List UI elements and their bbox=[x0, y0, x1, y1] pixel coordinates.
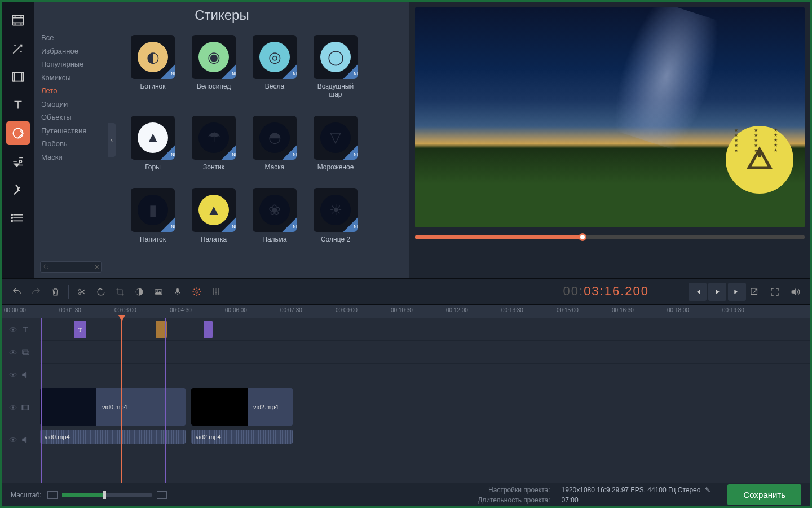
edit-settings-icon[interactable]: ✎ bbox=[705, 486, 710, 494]
category-item[interactable]: Маски bbox=[41, 151, 108, 164]
svg-point-4 bbox=[13, 128, 23, 138]
category-item[interactable]: Путешествия bbox=[41, 124, 108, 138]
audio-clip[interactable]: vid2.mp4 bbox=[191, 430, 293, 444]
category-item[interactable]: Популярные bbox=[41, 58, 108, 71]
svg-point-7 bbox=[11, 217, 12, 218]
zoom-out-icon[interactable] bbox=[47, 491, 58, 499]
sticker-item[interactable]: ◐NEWБотинок bbox=[127, 35, 178, 99]
animation-icon[interactable] bbox=[6, 178, 30, 202]
sticker-item[interactable]: ▲NEWГоры bbox=[127, 116, 178, 171]
picture-button[interactable] bbox=[150, 283, 167, 300]
crop-button[interactable] bbox=[112, 283, 129, 300]
sticker-item[interactable]: ❀NEWПальма bbox=[249, 188, 300, 243]
category-search[interactable]: ✕ bbox=[40, 261, 102, 273]
zoom-label: Масштаб: bbox=[11, 491, 42, 499]
video-clip[interactable]: vid0.mp4 bbox=[40, 388, 186, 426]
linked-audio-header[interactable] bbox=[2, 364, 40, 386]
svg-point-14 bbox=[157, 290, 158, 291]
more-icon[interactable] bbox=[6, 206, 30, 230]
svg-rect-29 bbox=[22, 405, 23, 410]
video-track-header[interactable] bbox=[2, 386, 40, 428]
scrub-bar[interactable] bbox=[415, 235, 805, 239]
svg-rect-0 bbox=[12, 15, 24, 25]
overlay-track[interactable] bbox=[40, 341, 810, 364]
stickers-icon[interactable] bbox=[6, 121, 30, 145]
sticker-item[interactable]: ☀NEWСолнце 2 bbox=[310, 188, 361, 243]
zoom-in-icon[interactable] bbox=[157, 491, 167, 499]
category-item[interactable]: Комиксы bbox=[41, 71, 108, 85]
svg-rect-2 bbox=[12, 72, 14, 81]
svg-rect-22 bbox=[23, 350, 28, 354]
play-button[interactable] bbox=[708, 283, 726, 301]
filters-icon[interactable] bbox=[6, 37, 30, 60]
equalizer-button[interactable] bbox=[208, 283, 224, 300]
undo-button[interactable] bbox=[8, 283, 25, 300]
category-item[interactable]: Любовь bbox=[41, 137, 108, 151]
timeline-tracks: T vid0.mp4vid2.mp4 vid0.mp4vid2.mp4 bbox=[2, 318, 810, 483]
clip-properties-button[interactable] bbox=[188, 283, 205, 300]
media-icon[interactable] bbox=[6, 8, 30, 32]
sticker-item[interactable]: ▮NEWНапиток bbox=[127, 188, 178, 243]
overlay-track-header[interactable] bbox=[2, 341, 40, 364]
svg-rect-23 bbox=[24, 351, 29, 355]
titles-icon[interactable] bbox=[6, 93, 30, 117]
delete-button[interactable] bbox=[47, 283, 64, 300]
category-list: ВсеИзбранноеПопулярныеКомиксыЛетоЭмоцииО… bbox=[34, 27, 108, 278]
video-track[interactable]: vid0.mp4vid2.mp4 bbox=[40, 386, 810, 428]
svg-point-6 bbox=[11, 214, 12, 216]
clear-search-icon[interactable]: ✕ bbox=[94, 264, 99, 271]
category-item[interactable]: Эмоции bbox=[41, 98, 108, 111]
volume-button[interactable] bbox=[787, 283, 804, 300]
color-button[interactable] bbox=[131, 283, 148, 300]
svg-rect-30 bbox=[28, 405, 29, 410]
sidebar-tools bbox=[2, 2, 34, 278]
sticker-item[interactable]: ◓NEWМаска bbox=[249, 116, 300, 171]
zoom-slider[interactable] bbox=[62, 493, 152, 497]
sticker-item[interactable]: ▲NEWПалатка bbox=[188, 188, 239, 243]
title-clip[interactable]: T bbox=[74, 321, 86, 338]
audio-track-header[interactable] bbox=[2, 428, 40, 451]
category-item[interactable]: Объекты bbox=[41, 111, 108, 124]
save-button[interactable]: Сохранить bbox=[727, 484, 801, 505]
rotate-button[interactable] bbox=[92, 283, 109, 300]
sticker-item[interactable]: ◎NEWВёсла bbox=[249, 35, 300, 99]
overlay-clip[interactable] bbox=[204, 321, 213, 338]
svg-point-8 bbox=[11, 220, 12, 221]
status-bar: Масштаб: Настройки проекта: 1920x1080 16… bbox=[2, 483, 810, 506]
svg-rect-3 bbox=[22, 72, 24, 81]
title-track-header[interactable] bbox=[2, 318, 40, 341]
prev-frame-button[interactable] bbox=[689, 283, 707, 301]
mic-button[interactable] bbox=[169, 283, 186, 300]
split-button[interactable] bbox=[73, 283, 90, 300]
toolbar: 00:03:16.200 bbox=[2, 278, 810, 304]
preview-sticker-overlay[interactable] bbox=[726, 126, 793, 194]
preview-video[interactable] bbox=[415, 7, 805, 227]
stickers-panel: Стикеры ВсеИзбранноеПопулярныеКомиксыЛет… bbox=[34, 2, 409, 278]
svg-point-5 bbox=[19, 160, 21, 163]
collapse-categories[interactable]: ‹ bbox=[108, 123, 116, 157]
title-track[interactable]: T bbox=[40, 318, 810, 341]
timeline: 00:00:0000:01:3000:03:0000:04:3000:06:00… bbox=[2, 304, 810, 483]
transitions-icon[interactable] bbox=[6, 65, 30, 89]
video-clip[interactable]: vid2.mp4 bbox=[191, 388, 293, 426]
redo-button[interactable] bbox=[28, 283, 45, 300]
sticker-item[interactable]: ☂NEWЗонтик bbox=[188, 116, 239, 171]
svg-point-25 bbox=[12, 374, 14, 376]
timecode: 00:03:16.200 bbox=[563, 284, 649, 299]
svg-point-27 bbox=[12, 406, 14, 408]
sticker-item[interactable]: ▽NEWМороженое bbox=[310, 116, 361, 171]
svg-point-21 bbox=[12, 352, 14, 353]
detach-preview-button[interactable] bbox=[746, 283, 763, 300]
audio-track[interactable]: vid0.mp4vid2.mp4 bbox=[40, 428, 810, 445]
category-item[interactable]: Избранное bbox=[41, 45, 108, 58]
svg-point-16 bbox=[196, 290, 198, 293]
sticker-item[interactable]: ◯NEWВоздушный шар bbox=[310, 35, 361, 99]
category-item[interactable]: Лето bbox=[41, 84, 108, 98]
audio-clip[interactable]: vid0.mp4 bbox=[40, 430, 186, 444]
sticker-item[interactable]: ◉NEWВелосипед bbox=[188, 35, 239, 99]
fullscreen-button[interactable] bbox=[766, 283, 783, 300]
linked-audio-track[interactable] bbox=[40, 364, 810, 386]
next-frame-button[interactable] bbox=[728, 283, 746, 301]
callouts-icon[interactable] bbox=[6, 150, 30, 173]
category-item[interactable]: Все bbox=[41, 31, 108, 45]
